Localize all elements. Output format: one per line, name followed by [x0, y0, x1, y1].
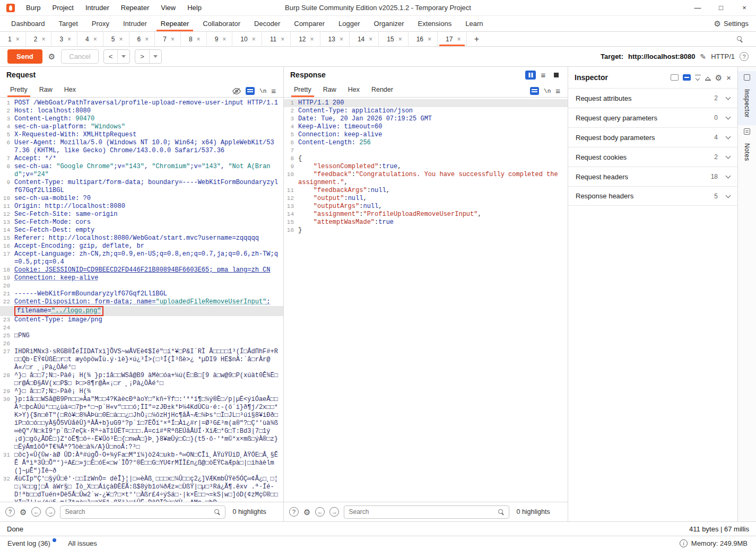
close-tab-icon[interactable]: ×: [16, 36, 20, 43]
menu-intruder[interactable]: Intruder: [80, 0, 115, 16]
help-icon[interactable]: ?: [740, 52, 749, 61]
inspector-section-request-query-parameters[interactable]: Request query parameters0: [568, 108, 737, 127]
search-settings-icon[interactable]: ⚙: [303, 508, 310, 516]
forward-button[interactable]: >: [135, 49, 162, 64]
collapse-all-icon[interactable]: [695, 75, 701, 81]
repeater-tab-14[interactable]: 14×: [350, 32, 379, 46]
response-search-input[interactable]: [344, 508, 498, 516]
close-button[interactable]: ×: [733, 0, 756, 16]
tab-comparer[interactable]: Comparer: [287, 16, 332, 31]
repeater-tab-15[interactable]: 15×: [379, 32, 408, 46]
close-tab-icon[interactable]: ×: [41, 36, 45, 43]
response-tab-pretty[interactable]: Pretty: [288, 86, 317, 97]
menu-icon[interactable]: ≡: [271, 87, 276, 95]
repeater-tab-13[interactable]: 13×: [320, 32, 350, 46]
close-tab-icon[interactable]: ×: [281, 36, 284, 43]
help-icon[interactable]: ?: [289, 507, 299, 517]
syntax-highlight-icon[interactable]: [530, 87, 539, 95]
prev-match-button[interactable]: ←: [31, 507, 41, 517]
close-tab-icon[interactable]: ×: [340, 36, 343, 43]
close-tab-icon[interactable]: ×: [222, 36, 226, 43]
next-match-button[interactable]: →: [46, 507, 55, 517]
layout-right-icon[interactable]: [683, 74, 691, 81]
repeater-tab-2[interactable]: 2×: [26, 32, 52, 46]
tab-organizer[interactable]: Organizer: [367, 16, 411, 31]
repeater-tab-4[interactable]: 4×: [77, 32, 103, 46]
repeater-tab-17[interactable]: 17×: [438, 32, 467, 46]
close-icon[interactable]: ×: [726, 73, 731, 82]
tab-target[interactable]: Target: [52, 16, 85, 31]
tab-learn[interactable]: Learn: [458, 16, 490, 31]
menu-project[interactable]: Project: [46, 0, 79, 16]
all-issues-button[interactable]: All issues: [57, 539, 108, 547]
close-tab-icon[interactable]: ×: [93, 36, 97, 43]
response-tab-hex[interactable]: Hex: [342, 86, 366, 97]
close-tab-icon[interactable]: ×: [369, 36, 372, 43]
minimize-button[interactable]: —: [686, 0, 709, 16]
stacked-view-icon[interactable]: ≡: [538, 71, 549, 80]
request-search-input[interactable]: [60, 508, 214, 516]
close-tab-icon[interactable]: ×: [310, 36, 314, 43]
protocol-label[interactable]: HTTP/1: [711, 53, 735, 60]
prev-match-button[interactable]: ←: [315, 507, 325, 517]
event-log-button[interactable]: Event log (36): [0, 539, 54, 547]
hide-nonprinting-icon[interactable]: [232, 88, 241, 95]
repeater-tab-3[interactable]: 3×: [51, 32, 77, 46]
menu-view[interactable]: View: [155, 0, 181, 16]
menu-help[interactable]: Help: [181, 0, 207, 16]
request-editor[interactable]: 1POST /WebGoat/PathTraversal/profile-upl…: [0, 98, 283, 502]
response-editor[interactable]: 1HTTP/1.1 2002Content-Type: application/…: [284, 98, 568, 502]
close-tab-icon[interactable]: ×: [457, 36, 460, 43]
inspector-section-response-headers[interactable]: Response headers5: [568, 186, 737, 206]
close-tab-icon[interactable]: ×: [145, 36, 149, 43]
inspector-section-request-attributes[interactable]: Request attributes2: [568, 88, 737, 108]
repeater-tab-7[interactable]: 7×: [155, 32, 181, 46]
expand-all-icon[interactable]: [705, 75, 711, 81]
close-tab-icon[interactable]: ×: [398, 36, 402, 43]
send-button[interactable]: Send: [7, 49, 42, 64]
tab-repeater[interactable]: Repeater: [154, 16, 196, 31]
tab-intruder[interactable]: Intruder: [116, 16, 154, 31]
close-tab-icon[interactable]: ×: [171, 36, 175, 43]
repeater-tab-1[interactable]: 1×: [0, 32, 26, 46]
help-icon[interactable]: ?: [5, 507, 15, 517]
edit-target-icon[interactable]: ✎: [700, 53, 706, 61]
menu-icon[interactable]: ≡: [555, 87, 560, 95]
tab-extensions[interactable]: Extensions: [411, 16, 459, 31]
tab-logger[interactable]: Logger: [332, 16, 367, 31]
maximize-button[interactable]: □: [709, 0, 733, 16]
request-tab-raw[interactable]: Raw: [33, 86, 58, 97]
close-tab-icon[interactable]: ×: [252, 36, 256, 43]
request-tab-hex[interactable]: Hex: [58, 86, 82, 97]
inspector-section-request-body-parameters[interactable]: Request body parameters4: [568, 127, 737, 147]
tab-proxy[interactable]: Proxy: [85, 16, 116, 31]
split-view-icon[interactable]: [525, 71, 536, 80]
inspector-section-request-cookies[interactable]: Request cookies2: [568, 147, 737, 167]
close-tab-icon[interactable]: ×: [67, 36, 71, 43]
repeater-tab-10[interactable]: 10×: [232, 32, 262, 46]
repeater-tab-12[interactable]: 12×: [291, 32, 320, 46]
send-settings-button[interactable]: ⚙: [47, 51, 56, 62]
close-tab-icon[interactable]: ×: [197, 36, 201, 43]
side-tab-notes[interactable]: Notes: [738, 125, 756, 167]
repeater-tab-11[interactable]: 11×: [262, 32, 291, 46]
search-icon[interactable]: [736, 36, 743, 42]
response-tab-render[interactable]: Render: [366, 86, 399, 97]
repeater-tab-6[interactable]: 6×: [129, 32, 155, 46]
close-tab-icon[interactable]: ×: [119, 36, 123, 43]
inspector-section-request-headers[interactable]: Request headers18: [568, 167, 737, 186]
request-tab-pretty[interactable]: Pretty: [4, 86, 33, 97]
repeater-tab-8[interactable]: 8×: [181, 32, 207, 46]
tab-dashboard[interactable]: Dashboard: [4, 16, 52, 31]
menu-repeater[interactable]: Repeater: [115, 0, 155, 16]
syntax-highlight-icon[interactable]: [246, 87, 255, 95]
repeater-tab-16[interactable]: 16×: [409, 32, 438, 46]
newline-toggle-icon[interactable]: \n: [259, 88, 266, 94]
inspector-settings-icon[interactable]: ⚙: [715, 74, 722, 82]
response-tab-raw[interactable]: Raw: [317, 86, 342, 97]
cancel-button[interactable]: Cancel: [61, 49, 98, 64]
add-tab-button[interactable]: +: [467, 32, 486, 46]
side-tab-inspector[interactable]: Inspector: [738, 71, 756, 125]
layout-left-icon[interactable]: [671, 74, 679, 81]
tab-decoder[interactable]: Decoder: [247, 16, 287, 31]
